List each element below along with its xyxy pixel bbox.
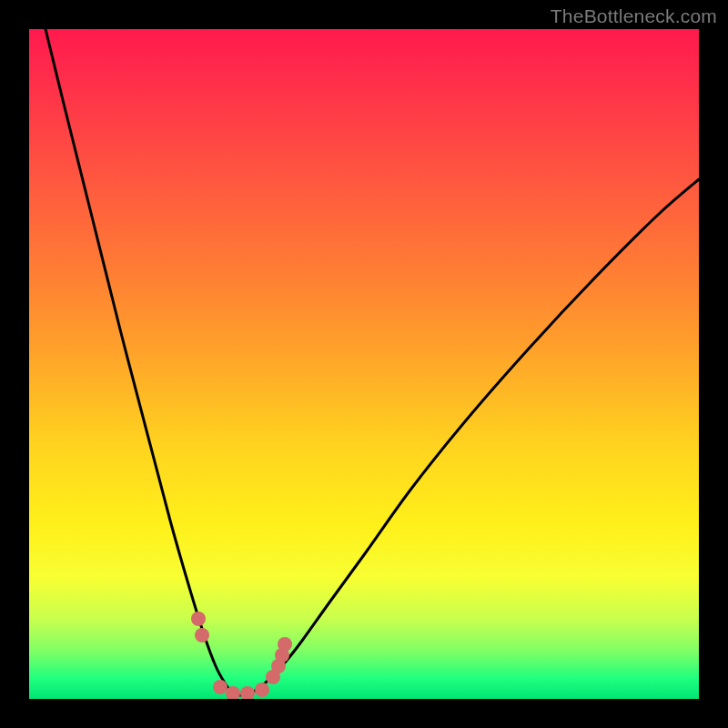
badfit-dot xyxy=(191,612,206,626)
badfit-dot xyxy=(278,637,292,652)
badfit-dot xyxy=(195,628,209,642)
badfit-dot xyxy=(213,680,228,694)
bottleneck-curve xyxy=(46,29,699,695)
badfit-dot xyxy=(240,686,255,699)
chart-svg xyxy=(29,29,699,699)
badfit-dot xyxy=(255,682,269,697)
chart-frame: TheBottleneck.com xyxy=(0,0,728,728)
watermark-text: TheBottleneck.com xyxy=(551,5,717,27)
badfit-markers xyxy=(191,612,292,699)
plot-area xyxy=(29,29,699,699)
